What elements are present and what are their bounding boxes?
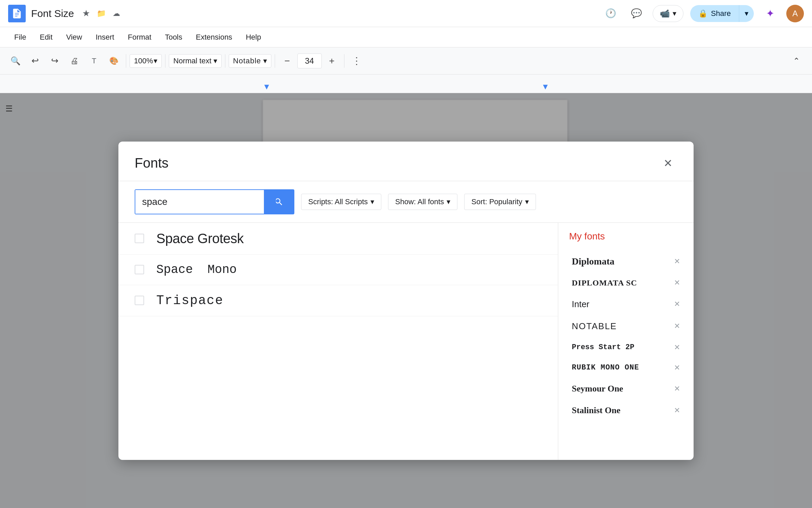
my-font-item-stalinist[interactable]: Stalinist One ✕ <box>561 400 691 421</box>
font-name-space-mono: Space Mono <box>156 263 237 277</box>
my-font-item-rubik-mono[interactable]: RUBIK MONO ONE ✕ <box>561 358 691 378</box>
title-right: 🕐 💬 📹 ▾ 🔒 Share ▾ ✦ A <box>601 4 804 23</box>
redo-button[interactable]: ↪ <box>46 52 64 70</box>
cloud-icon[interactable]: ☁ <box>113 9 120 18</box>
my-font-name-notable: NOTABLE <box>572 321 617 332</box>
font-size-input[interactable] <box>297 54 322 68</box>
star-icon[interactable]: ★ <box>82 8 90 19</box>
my-fonts-panel: My fonts Diplomata ✕ DIPLOMATA SC ✕ Inte… <box>558 223 694 460</box>
toolbar: 🔍 ↩ ↪ 🖨 T 🎨 100% ▾ Normal text ▾ Notable… <box>0 47 812 75</box>
zoom-dropdown[interactable]: 100% ▾ <box>130 54 162 68</box>
toolbar-separator-3 <box>225 54 225 68</box>
remove-seymour-button[interactable]: ✕ <box>674 384 680 393</box>
toolbar-separator-4 <box>275 54 275 68</box>
font-size-decrease-button[interactable]: − <box>278 52 296 70</box>
font-size-increase-button[interactable]: + <box>323 52 341 70</box>
my-font-name-stalinist: Stalinist One <box>572 405 621 416</box>
paint-format-button[interactable]: 🎨 <box>105 52 122 70</box>
menu-view[interactable]: View <box>60 30 88 44</box>
remove-notable-button[interactable]: ✕ <box>674 322 680 331</box>
zoom-arrow: ▾ <box>154 57 157 65</box>
more-options-button[interactable]: ⋮ <box>348 52 365 70</box>
collapse-toolbar-button[interactable]: ⌃ <box>788 52 805 70</box>
my-font-item-inter[interactable]: Inter ✕ <box>561 294 691 315</box>
my-fonts-title: My fonts <box>558 231 694 250</box>
remove-diplomata-sc-button[interactable]: ✕ <box>674 278 680 287</box>
toolbar-separator-5 <box>344 54 344 68</box>
font-name-space-grotesk: Space Grotesk <box>156 231 244 246</box>
history-button[interactable]: 🕐 <box>601 4 620 23</box>
folder-icon[interactable]: 📁 <box>97 9 106 18</box>
my-font-item-diplomata-sc[interactable]: DIPLOMATA SC ✕ <box>561 273 691 293</box>
remove-stalinist-button[interactable]: ✕ <box>674 406 680 415</box>
my-font-name-diplomata-sc: DIPLOMATA SC <box>572 278 637 288</box>
app-icon[interactable] <box>8 5 26 22</box>
spell-check-button[interactable]: T <box>85 52 103 70</box>
dialog-title: Fonts <box>135 155 168 171</box>
doc-title: Font Size <box>31 8 74 19</box>
my-font-name-rubik-mono: RUBIK MONO ONE <box>572 363 639 372</box>
font-name-trispace: Trispace <box>156 293 223 308</box>
dialog-body: Space Grotesk Space Mono Trispace <box>118 223 694 460</box>
remove-press-start-button[interactable]: ✕ <box>674 343 680 352</box>
ruler-left-marker: ▼ <box>263 82 271 91</box>
my-font-name-press-start: Press Start 2P <box>572 343 634 352</box>
menu-edit[interactable]: Edit <box>33 30 59 44</box>
share-dropdown-arrow[interactable]: ▾ <box>739 5 754 22</box>
undo-button[interactable]: ↩ <box>26 52 44 70</box>
menu-extensions[interactable]: Extensions <box>190 30 239 44</box>
font-search-input[interactable] <box>135 190 264 214</box>
ruler-area: ▼ ▼ <box>0 75 812 93</box>
my-font-item-diplomata[interactable]: Diplomata ✕ <box>561 251 691 272</box>
remove-diplomata-button[interactable]: ✕ <box>674 257 680 266</box>
lock-icon: 🔒 <box>698 9 707 18</box>
font-size-control: − + <box>278 52 341 70</box>
font-dropdown[interactable]: Notable ▾ <box>229 54 271 68</box>
ruler-right-marker: ▼ <box>541 82 549 91</box>
comments-button[interactable]: 💬 <box>627 4 646 23</box>
show-filter-dropdown[interactable]: Show: All fonts ▾ <box>388 194 457 210</box>
magic-button[interactable]: ✦ <box>761 4 780 23</box>
search-box: | <box>135 189 294 214</box>
font-checkbox-trispace[interactable] <box>135 296 144 305</box>
meet-icon: 📹 <box>660 9 670 18</box>
title-icons: ★ 📁 ☁ <box>82 8 120 19</box>
sort-filter-dropdown[interactable]: Sort: Popularity ▾ <box>464 194 536 210</box>
my-font-item-notable[interactable]: NOTABLE ✕ <box>561 316 691 337</box>
font-checkbox-space-mono[interactable] <box>135 265 144 274</box>
share-button[interactable]: 🔒 Share ▾ <box>690 5 754 22</box>
font-checkbox-space-grotesk[interactable] <box>135 234 144 243</box>
my-font-item-seymour[interactable]: Seymour One ✕ <box>561 378 691 399</box>
sort-filter-arrow: ▾ <box>525 197 529 206</box>
my-font-name-inter: Inter <box>572 299 589 310</box>
scripts-filter-dropdown[interactable]: Scripts: All Scripts ▾ <box>301 194 381 210</box>
menu-tools[interactable]: Tools <box>159 30 188 44</box>
remove-inter-button[interactable]: ✕ <box>674 300 680 309</box>
style-dropdown[interactable]: Normal text ▾ <box>169 54 221 68</box>
avatar[interactable]: A <box>786 5 804 22</box>
remove-rubik-mono-button[interactable]: ✕ <box>674 363 680 372</box>
font-item-space-grotesk[interactable]: Space Grotesk <box>118 223 558 255</box>
dialog-toolbar: | Scripts: All Scripts ▾ Show: All fonts… <box>118 181 694 223</box>
print-button[interactable]: 🖨 <box>66 52 83 70</box>
share-label: Share <box>711 9 731 18</box>
close-dialog-button[interactable]: ✕ <box>658 154 677 173</box>
menu-help[interactable]: Help <box>240 30 267 44</box>
meet-button[interactable]: 📹 ▾ <box>653 5 683 22</box>
font-list: Space Grotesk Space Mono Trispace <box>118 223 558 460</box>
my-font-name-diplomata: Diplomata <box>572 256 614 267</box>
font-arrow: ▾ <box>263 57 267 65</box>
search-toolbar-button[interactable]: 🔍 <box>7 52 24 70</box>
scripts-filter-arrow: ▾ <box>370 197 374 206</box>
font-item-space-mono[interactable]: Space Mono <box>118 255 558 285</box>
font-search-button[interactable] <box>264 190 294 214</box>
menu-insert[interactable]: Insert <box>90 30 120 44</box>
menu-format[interactable]: Format <box>122 30 158 44</box>
font-item-trispace[interactable]: Trispace <box>118 285 558 316</box>
my-font-item-press-start[interactable]: Press Start 2P ✕ <box>561 338 691 357</box>
style-arrow: ▾ <box>213 57 217 65</box>
menu-file[interactable]: File <box>8 30 32 44</box>
sort-filter-label: Sort: Popularity <box>471 197 522 206</box>
meet-arrow: ▾ <box>673 9 676 18</box>
toolbar-separator-1 <box>126 54 126 68</box>
